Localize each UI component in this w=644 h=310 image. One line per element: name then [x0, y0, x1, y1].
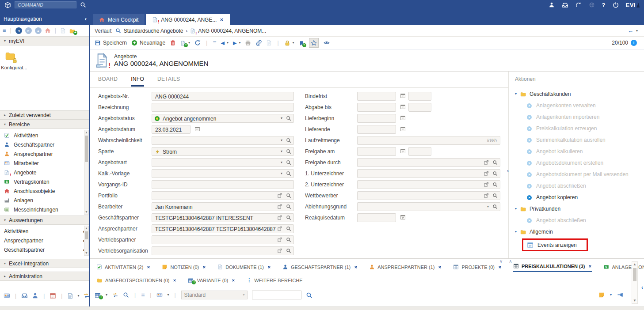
bottom-tab-aktivitaeten[interactable]: AKTIVITÄTEN (2) [96, 264, 150, 272]
section-zuletzt-verwendet[interactable]: ▸ Zuletzt verwendet [0, 110, 89, 120]
bottom-tab-anlagenkonto[interactable]: ANLAGENKONTO (1) [603, 264, 644, 272]
close-tab-icon[interactable] [267, 265, 271, 269]
new-folder-icon[interactable]: + [69, 28, 76, 34]
sidebar-item-geschaeftspartner[interactable]: Geschäftspartner [0, 140, 89, 149]
sidebar-item-vertragskonten[interactable]: Vertragskonten [0, 177, 89, 186]
dropdown-icon[interactable]: ▾ [610, 293, 612, 297]
open-record-icon[interactable] [484, 193, 489, 198]
lookup-search-icon[interactable] [286, 226, 291, 231]
dropdown-icon[interactable]: ▾ [281, 139, 282, 142]
konfig-folder-icon[interactable] [4, 51, 17, 61]
lieferende-field[interactable] [357, 125, 396, 134]
wahrscheinlichkeit-field[interactable]: ▾ [152, 136, 294, 145]
back-button[interactable]: ◂ [15, 27, 22, 34]
dropdown-icon[interactable]: ▾ [77, 294, 79, 298]
bottom-tab-ansprechpartner[interactable]: ANSPRECHPARTNER (1) [369, 264, 442, 272]
dropdown-icon[interactable]: ▾ [281, 161, 282, 164]
freigabedurch-field[interactable] [357, 158, 500, 167]
sidebar-item-aktivitaeten[interactable]: Aktivitäten [0, 131, 89, 140]
vorgangsid-field[interactable] [152, 180, 294, 189]
dropdown-icon[interactable]: ▾ [167, 293, 169, 297]
auswertung-geschaeftspartner[interactable]: Geschäftspartner▸ [0, 245, 89, 254]
close-tab-icon[interactable] [202, 265, 206, 269]
open-record-icon[interactable] [277, 226, 282, 231]
watch-icon[interactable] [323, 40, 330, 46]
freigabeam-time-field[interactable] [408, 147, 431, 156]
action-group-allgemein[interactable]: ▾ Allgemein [515, 226, 644, 238]
calendar-icon[interactable] [400, 126, 406, 132]
lookup-search-icon[interactable] [492, 182, 498, 187]
bottom-tab-variante[interactable]: + VARIANTE (0) [188, 277, 235, 285]
bezeichnung-field[interactable] [152, 103, 294, 112]
reakquisedatum-field[interactable] [357, 213, 396, 222]
dropdown-icon[interactable]: ▾ [106, 293, 107, 297]
bottom-tab-dokumente[interactable]: DOKUMENTE (1) [217, 264, 271, 272]
next-record-button[interactable]: ▶▾ [233, 40, 240, 46]
close-tab-icon[interactable] [588, 265, 592, 268]
sparte-field[interactable]: Strom ▾ [152, 147, 294, 156]
lookup-search-icon[interactable] [286, 138, 291, 143]
angebotsdatum-field[interactable]: 23.03.2021 [152, 125, 191, 134]
dropdown-icon[interactable]: ▾ [636, 29, 638, 33]
close-tab-icon[interactable] [438, 265, 442, 269]
unterzeichner2-field[interactable] [357, 180, 500, 189]
angebotsnr-field[interactable]: ANG 0000244 [152, 92, 294, 101]
redo-icon[interactable] [575, 2, 582, 8]
lookup-search-icon[interactable] [286, 193, 291, 198]
sidebar-item-ansprechpartner[interactable]: Ansprechpartner [0, 149, 89, 159]
dropdown-icon[interactable]: ▾ [281, 117, 282, 120]
pin-panel-icon[interactable] [617, 291, 624, 298]
lookup-search-icon[interactable] [286, 116, 291, 121]
tab-record[interactable]: ! ANG 0000244, ANGE... [146, 14, 230, 25]
new-button[interactable]: Neuanlage [131, 40, 165, 46]
attachment-icon[interactable] [255, 40, 262, 46]
lookup-search-icon[interactable] [286, 237, 291, 242]
view-options-icon[interactable] [156, 292, 163, 298]
open-record-icon[interactable] [484, 160, 489, 165]
close-tab-icon[interactable] [220, 18, 224, 22]
close-tab-icon[interactable] [147, 265, 150, 269]
open-record-icon[interactable] [277, 248, 282, 253]
lookup-search-icon[interactable] [492, 171, 498, 176]
bereiche-scrollbar[interactable]: ▲▼ [84, 130, 89, 215]
sync-icon[interactable] [83, 292, 90, 299]
lookup-search-icon[interactable] [286, 160, 291, 165]
action-events-anzeigen-highlight[interactable]: Events anzeigen [522, 238, 588, 251]
menu-icon[interactable]: ≡ [3, 27, 6, 34]
favorite-button[interactable] [309, 38, 319, 48]
ablehnungsgrund-field[interactable]: ▾ [357, 202, 500, 211]
view-select[interactable]: Standard ▾ [181, 291, 248, 299]
bookmark-add-icon[interactable]: + [299, 40, 305, 46]
breadcrumb-item-search[interactable]: Standardsuche Angebote [124, 28, 183, 34]
command-input[interactable] [15, 1, 76, 8]
laufzeitmenge-field[interactable]: kWh [357, 136, 500, 145]
calendar-icon[interactable] [400, 104, 406, 110]
vertriebsorganisation-field[interactable] [152, 246, 294, 255]
help-button[interactable]: ? [602, 2, 606, 8]
save-button[interactable]: Speichern [95, 40, 127, 46]
close-tab-icon[interactable] [173, 279, 176, 282]
home-button-icon[interactable] [45, 27, 51, 34]
copy-record-button[interactable]: + ▾ [180, 40, 190, 46]
delete-icon[interactable] [170, 40, 176, 46]
dropdown-icon[interactable]: ▾ [188, 41, 190, 45]
open-record-icon[interactable] [484, 171, 489, 176]
calendar-icon[interactable] [50, 292, 56, 299]
dropdown-icon[interactable]: ▾ [293, 41, 294, 45]
list-menu-icon[interactable]: ≡ [213, 39, 216, 46]
copy-icon[interactable] [60, 28, 66, 34]
close-tab-icon[interactable] [232, 279, 235, 282]
previous-record-button[interactable]: ◀▾ [221, 40, 228, 46]
dropdown-icon[interactable]: ▾ [227, 41, 229, 45]
section-auswertungen[interactable]: ▾ Auswertungen [0, 215, 89, 225]
new-row-icon[interactable]: + [95, 292, 101, 298]
open-record-icon[interactable] [277, 237, 282, 242]
portfolio-field[interactable] [152, 191, 294, 200]
layout-icon[interactable] [598, 292, 605, 298]
section-administration[interactable]: ▸ Administration [0, 272, 89, 281]
tab-info[interactable]: INFO [131, 76, 144, 87]
dropdown-icon[interactable]: ▾ [487, 205, 489, 208]
lookup-search-icon[interactable] [286, 215, 291, 220]
tab-details[interactable]: DETAILS [157, 76, 180, 87]
angebotsstatus-field[interactable]: Angebot angenommen ▾ [152, 114, 294, 123]
